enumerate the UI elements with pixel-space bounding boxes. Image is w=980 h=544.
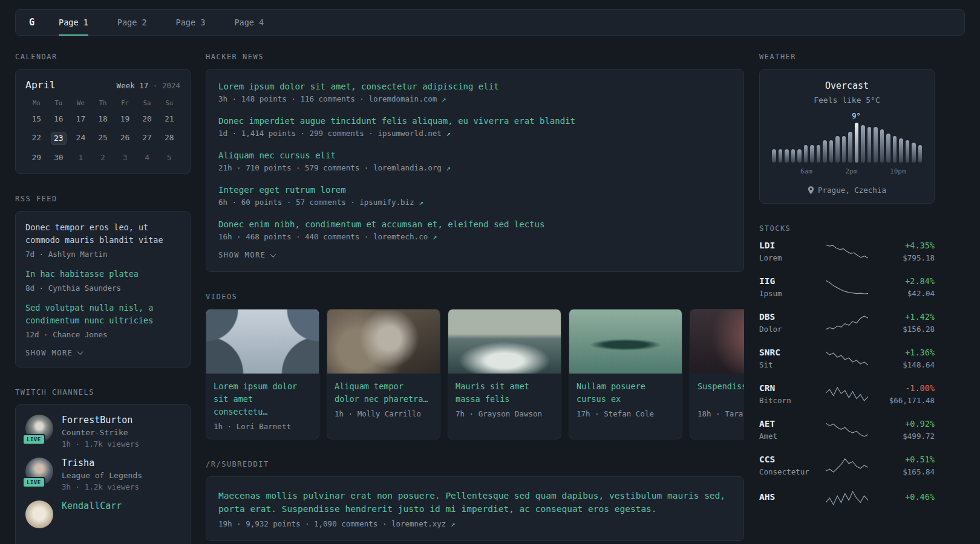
video-thumbnail[interactable] [569,309,682,374]
channel-name[interactable]: ForrestBurton [62,415,132,426]
calendar-year: 2024 [162,81,180,90]
stock-values: +2.84% $42.04 [877,276,935,298]
external-link-icon: ↗ [451,519,456,528]
hn-item-title[interactable]: Donec imperdiet augue tincidunt felis al… [218,116,731,126]
stock-sparkline [817,351,877,366]
stock-row[interactable]: CRN Bitcorn -1.00% $66,171.48 [759,383,935,405]
rss-item-title[interactable]: Sed volutpat nulla nisl, a condimentum n… [25,302,180,327]
channel-name[interactable]: KendallCarr [62,500,122,511]
weather-widget: WEATHER Overcast Feels like 5°C 9° 6am 2… [759,53,935,204]
stock-row[interactable]: LDI Lorem +4.35% $795.18 [759,241,935,262]
video-card[interactable]: Suspendisse diam 18h · Tara [690,309,744,439]
video-thumbnail[interactable] [327,309,440,374]
video-card[interactable]: Mauris sit amet massa felis 7h · Grayson… [448,309,561,439]
rss-show-more-button[interactable]: SHOW MORE [25,349,82,357]
avatar [25,500,53,528]
weather-bar-chart [772,123,922,163]
weather-hour-bar [817,145,821,163]
subreddit-post-stats: 19h · 9,932 points · 1,090 comments · [218,519,391,528]
calendar-day: 21 [158,113,180,125]
calendar-day: 20 [136,113,158,125]
video-card[interactable]: Nullam posuere cursus ex 17h · Stefan Co… [569,309,682,439]
video-card[interactable]: Aliquam tempor dolor nec pharetra… 1h · … [327,309,440,439]
stock-values: -1.00% $66,171.48 [877,383,935,405]
hn-item: Donec enim nibh, condimentum et accumsan… [218,219,731,241]
calendar-week-label: Week 17 · 2024 [117,81,180,90]
stock-row[interactable]: SNRC Sit +1.36% $148.64 [759,348,935,369]
twitch-channel-row[interactable]: LIVE ForrestBurton Counter-Strike 1h · 1… [25,415,180,448]
hn-item-domain: loremlandia.org [373,163,442,172]
twitch-channel-row[interactable]: LIVE Trisha League of Legends 3h · 1.2k … [25,458,180,491]
stock-values: +0.51% $165.84 [877,455,935,476]
calendar-day: 15 [25,113,48,125]
hn-item-domain-link[interactable]: loremdomain.com ↗ [368,94,446,103]
stock-row[interactable]: CCS Consectetur +0.51% $165.84 [759,455,935,476]
video-title[interactable]: Aliquam tempor dolor nec pharetra… [335,380,433,406]
calendar-weekday: Su [158,99,180,106]
stock-row[interactable]: IIG Ipsum +2.84% $42.04 [759,276,935,298]
subreddit-post-meta: 19h · 9,932 points · 1,090 comments · lo… [218,519,731,528]
channel-name[interactable]: Trisha [62,458,94,468]
hn-item-title[interactable]: Donec enim nibh, condimentum et accumsan… [218,219,731,229]
video-title[interactable]: Suspendisse diam [697,380,744,406]
calendar-day: 28 [158,132,180,145]
subreddit-post-title[interactable]: Maecenas mollis pulvinar erat non posuer… [218,489,731,516]
stock-sparkline [817,279,877,295]
app-logo[interactable]: G [29,10,34,35]
video-meta: 1h · Lori Barnett [214,422,312,431]
weather-hour-bar [842,136,846,163]
channel-info: ForrestBurton Counter-Strike 1h · 1.7k v… [62,415,139,448]
weather-feels-like: Feels like 5°C [769,96,924,105]
subreddit-card: Maecenas mollis pulvinar erat non posuer… [206,476,744,541]
stock-row[interactable]: AET Amet +0.92% $499.72 [759,419,935,441]
video-title[interactable]: Nullam posuere cursus ex [577,380,675,406]
tab-page-4[interactable]: Page 4 [234,10,264,35]
tab-page-2[interactable]: Page 2 [117,10,147,35]
weather-hour-bar [810,145,814,163]
rss-item-title[interactable]: In hac habitasse platea [25,268,180,280]
hn-item-domain-link[interactable]: loremtech.co ↗ [373,232,437,241]
stock-sparkline [817,315,877,331]
video-card-body: Lorem ipsum dolor sit amet consectetu… 1… [206,374,319,439]
hackernews-card: Lorem ipsum dolor sit amet, consectetur … [206,69,744,272]
stock-change: +2.84% [877,276,935,286]
hn-item-title[interactable]: Integer eget rutrum lorem [218,185,731,195]
video-thumbnail[interactable] [690,309,744,374]
tab-page-3[interactable]: Page 3 [176,10,206,35]
video-card-body: Suspendisse diam 18h · Tara [690,374,744,426]
hn-item-meta: 1d · 1,414 points · 299 comments · ipsum… [218,129,731,138]
subreddit-section-title: /R/SUBREDDIT [206,460,744,468]
subreddit-post-domain-link[interactable]: loremnet.xyz ↗ [391,519,455,528]
weather-hour-bar [899,138,903,163]
video-title[interactable]: Mauris sit amet massa felis [456,380,554,406]
tab-page-1[interactable]: Page 1 [59,10,88,35]
video-title[interactable]: Lorem ipsum dolor sit amet consectetu… [214,380,312,418]
hn-item-domain-link[interactable]: loremlandia.org ↗ [373,163,451,172]
hn-show-more-button[interactable]: SHOW MORE [218,251,275,259]
stock-ticker: LDI [759,241,817,250]
calendar-day: 16 [48,113,70,125]
stock-price: $148.64 [877,360,935,369]
hn-item-title[interactable]: Lorem ipsum dolor sit amet, consectetur … [218,82,731,91]
right-column: WEATHER Overcast Feels like 5°C 9° 6am 2… [759,53,935,544]
video-card-body: Nullam posuere cursus ex 17h · Stefan Co… [569,374,682,426]
twitch-channel-row[interactable]: KendallCarr [25,500,180,528]
hn-item-domain-link[interactable]: ipsumify.biz ↗ [359,198,423,207]
stock-row[interactable]: AHS +0.46% [759,490,935,506]
live-badge: LIVE [22,477,45,488]
hn-item-domain-link[interactable]: ipsumworld.net ↗ [377,129,450,138]
hn-item-title[interactable]: Aliquam nec cursus elit [218,151,731,160]
stock-row[interactable]: DBS Dolor +1.42% $156.28 [759,312,935,334]
weather-card: Overcast Feels like 5°C 9° 6am 2pm 10pm … [759,69,935,204]
weather-hour-bar [867,127,872,163]
stock-sparkline [817,490,877,506]
page-tabs: Page 1 Page 2 Page 3 Page 4 [59,10,264,35]
hn-item-stats: 16h · 468 points · 440 comments · [218,232,373,241]
video-thumbnail[interactable] [448,309,561,374]
video-card[interactable]: Lorem ipsum dolor sit amet consectetu… 1… [206,309,319,439]
rss-item-title[interactable]: Donec tempor eros leo, ut commodo mauris… [25,221,180,247]
center-column: HACKER NEWS Lorem ipsum dolor sit amet, … [206,53,744,544]
hn-item-domain: loremtech.co [373,232,428,241]
video-thumbnail[interactable] [206,309,319,374]
chevron-down-icon [77,349,83,355]
